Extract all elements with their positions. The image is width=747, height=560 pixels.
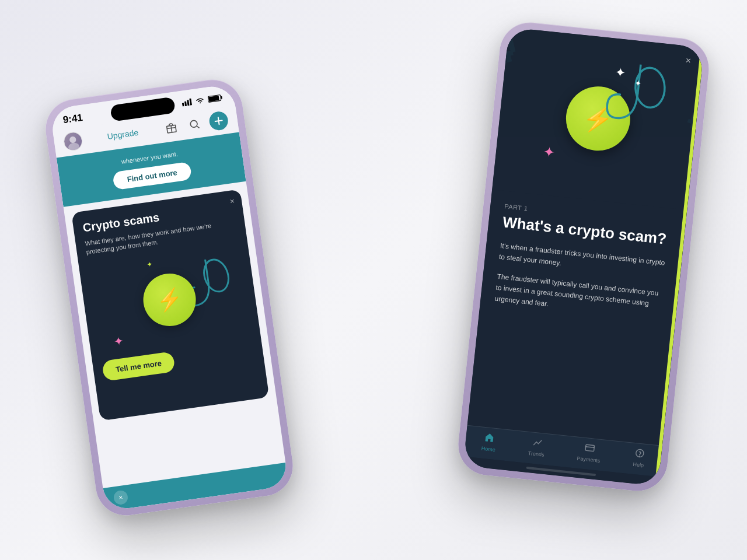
gift-icon-button[interactable] [162, 118, 181, 137]
search-icon-button[interactable] [185, 115, 204, 134]
phone-right: × ₿ ₿ ✦ ✦ ✦ ⚡ [455, 19, 712, 494]
avatar[interactable] [62, 131, 83, 152]
home-icon [484, 432, 495, 445]
crypto-scams-card: × Crypto scams What they are, how they w… [71, 189, 269, 421]
right-hook-illustration [598, 61, 669, 139]
nav-icons [162, 110, 229, 138]
nav-item-help[interactable]: Help [633, 448, 645, 468]
nav-item-payments[interactable]: Payments [577, 442, 602, 464]
sparkle-pink-icon: ✦ [113, 334, 124, 349]
status-time: 9:41 [62, 112, 83, 127]
right-sparkle-yellow-icon: ✦ [634, 79, 643, 89]
card-close-button[interactable]: × [229, 196, 235, 206]
svg-point-8 [68, 142, 79, 152]
illustration-area: ₿ ₿ ✦ ✦ ✦ ⚡ [492, 27, 704, 211]
right-screen-content: × ₿ ₿ ✦ ✦ ✦ ⚡ [463, 27, 704, 487]
nav-label-home: Home [481, 446, 495, 453]
nav-label-trends: Trends [528, 450, 544, 458]
avatar-image [63, 131, 83, 151]
mini-notification: × [103, 463, 288, 512]
right-sparkle-pink-icon: ✦ [542, 144, 556, 161]
nav-item-home[interactable]: Home [481, 432, 497, 453]
help-icon [634, 448, 645, 461]
find-out-more-button[interactable]: Find out more [112, 162, 193, 190]
phone-right-frame: × ₿ ₿ ✦ ✦ ✦ ⚡ [455, 19, 712, 494]
svg-rect-0 [182, 103, 184, 106]
add-button[interactable] [208, 110, 229, 131]
svg-point-10 [190, 120, 198, 128]
right-sparkle-yellow2-icon: ✦ [614, 65, 626, 81]
phone-left: 9:41 [42, 76, 297, 519]
phone-right-screen: × ₿ ₿ ✦ ✦ ✦ ⚡ [463, 27, 704, 487]
svg-rect-2 [187, 100, 189, 106]
crypto-illustration: ✦ ✦ ⚡ [88, 243, 252, 356]
wifi-icon [195, 96, 205, 106]
payments-icon [584, 443, 595, 456]
scene: 9:41 [23, 18, 724, 542]
tell-me-more-button[interactable]: Tell me more [102, 351, 176, 382]
trends-icon [532, 438, 543, 450]
text-content: PART 1 What's a crypto scam? It's when a… [467, 190, 687, 446]
nav-item-trends[interactable]: Trends [528, 437, 546, 458]
svg-point-20 [639, 456, 640, 457]
sparkle-yellow-icon: ✦ [146, 260, 153, 268]
phone-left-frame: 9:41 [42, 76, 297, 519]
svg-rect-17 [585, 444, 595, 452]
lightning-icon: ⚡ [155, 286, 184, 314]
status-icons [181, 94, 223, 108]
svg-rect-1 [184, 101, 187, 106]
close-button-right[interactable]: × [685, 55, 692, 66]
svg-rect-3 [189, 98, 192, 105]
nav-label-help: Help [633, 461, 644, 468]
signal-icon [181, 98, 193, 108]
battery-icon [207, 94, 223, 104]
svg-point-7 [69, 136, 76, 144]
notification-close[interactable]: × [113, 489, 128, 505]
upgrade-label[interactable]: Upgrade [107, 128, 139, 141]
svg-line-18 [586, 447, 594, 448]
article-paragraph-2: The fraudster will typically call you an… [494, 271, 665, 321]
svg-line-12 [215, 120, 222, 121]
phone-left-screen: 9:41 [50, 83, 289, 511]
nav-label-payments: Payments [577, 456, 601, 464]
